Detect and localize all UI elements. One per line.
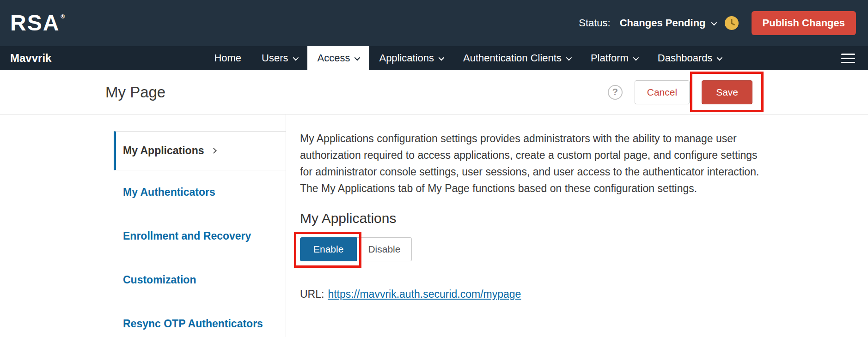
cancel-button[interactable]: Cancel bbox=[635, 80, 690, 104]
chevron-down-icon bbox=[355, 54, 361, 60]
settings-sidebar: My Applications My Authenticators Enroll… bbox=[114, 114, 286, 337]
sidebar-item-my-applications[interactable]: My Applications bbox=[114, 131, 286, 170]
nav-item-label: Users bbox=[262, 52, 288, 64]
sidebar-item-resync-otp-authenticators[interactable]: Resync OTP Authenticators bbox=[114, 302, 286, 337]
nav-item-label: Home bbox=[214, 52, 241, 64]
page-header: My Page ? Cancel Save bbox=[0, 70, 868, 114]
publish-changes-button[interactable]: Publish Changes bbox=[752, 11, 856, 35]
sidebar-item-label: Customization bbox=[123, 274, 196, 286]
sidebar-item-my-authenticators[interactable]: My Authenticators bbox=[114, 170, 286, 214]
sidebar-item-label: My Applications bbox=[123, 144, 204, 157]
hamburger-menu-icon[interactable] bbox=[841, 54, 855, 63]
tenant-name: Mavvrik bbox=[10, 52, 51, 65]
sidebar-item-label: My Authenticators bbox=[123, 186, 215, 198]
sidebar-item-label: Resync OTP Authenticators bbox=[123, 318, 263, 330]
description-text: My Applications configuration settings p… bbox=[300, 130, 762, 197]
help-icon[interactable]: ? bbox=[608, 85, 623, 100]
url-label: URL: bbox=[300, 288, 324, 300]
sidebar-item-enrollment-and-recovery[interactable]: Enrollment and Recovery bbox=[114, 214, 286, 258]
nav-item-label: Applications bbox=[379, 52, 434, 64]
chevron-down-icon bbox=[439, 54, 445, 60]
nav-item-authentication-clients[interactable]: Authentication Clients bbox=[453, 46, 581, 70]
nav-items: Home Users Access Applications Authentic… bbox=[204, 46, 731, 70]
nav-item-label: Platform bbox=[591, 52, 629, 64]
save-button-annotated-region: Save bbox=[702, 80, 752, 104]
body-area: My Applications My Authenticators Enroll… bbox=[0, 114, 868, 337]
chevron-right-icon bbox=[211, 148, 217, 154]
sidebar-item-label: Enrollment and Recovery bbox=[123, 230, 251, 242]
nav-item-applications[interactable]: Applications bbox=[369, 46, 453, 70]
status-label: Status: bbox=[579, 17, 610, 29]
page-title: My Page bbox=[105, 84, 165, 101]
nav-item-users[interactable]: Users bbox=[251, 46, 307, 70]
enable-disable-toggle: Enable Disable bbox=[300, 237, 412, 261]
chevron-down-icon bbox=[566, 54, 572, 60]
chevron-down-icon bbox=[633, 54, 639, 60]
clock-icon bbox=[725, 16, 739, 30]
chevron-down-icon bbox=[711, 19, 717, 25]
rsa-logo-text: RSA bbox=[10, 12, 60, 34]
url-row: URL:https://mavvrik.auth.securid.com/myp… bbox=[300, 288, 776, 301]
status-value-text: Changes Pending bbox=[620, 17, 706, 29]
rsa-logo: RSA® bbox=[10, 12, 66, 34]
registered-mark: ® bbox=[61, 14, 66, 19]
disable-button[interactable]: Disable bbox=[357, 237, 412, 261]
top-bar: RSA® Status: Changes Pending Publish Cha… bbox=[0, 0, 868, 46]
nav-item-label: Access bbox=[318, 52, 350, 64]
sidebar-item-customization[interactable]: Customization bbox=[114, 258, 286, 302]
save-button[interactable]: Save bbox=[702, 80, 752, 104]
status-dropdown[interactable]: Changes Pending bbox=[620, 17, 715, 29]
pending-changes-clock-icon[interactable] bbox=[725, 16, 739, 30]
chevron-down-icon bbox=[717, 54, 723, 60]
nav-item-platform[interactable]: Platform bbox=[581, 46, 648, 70]
header-actions: ? Cancel Save bbox=[608, 80, 752, 104]
nav-item-label: Dashboards bbox=[658, 52, 713, 64]
nav-item-access[interactable]: Access bbox=[307, 46, 369, 70]
main-content: My Applications configuration settings p… bbox=[286, 114, 776, 337]
nav-item-label: Authentication Clients bbox=[463, 52, 562, 64]
nav-item-home[interactable]: Home bbox=[204, 46, 251, 70]
mypage-url-link[interactable]: https://mavvrik.auth.securid.com/mypage bbox=[328, 288, 521, 300]
top-bar-right: Status: Changes Pending Publish Changes bbox=[579, 11, 856, 35]
enable-button[interactable]: Enable bbox=[300, 237, 357, 261]
enable-button-annotated-region: Enable bbox=[300, 237, 357, 261]
section-title: My Applications bbox=[300, 211, 776, 226]
chevron-down-icon bbox=[293, 54, 299, 60]
nav-item-dashboards[interactable]: Dashboards bbox=[648, 46, 732, 70]
main-nav-bar: Mavvrik Home Users Access Applications A… bbox=[0, 46, 868, 70]
